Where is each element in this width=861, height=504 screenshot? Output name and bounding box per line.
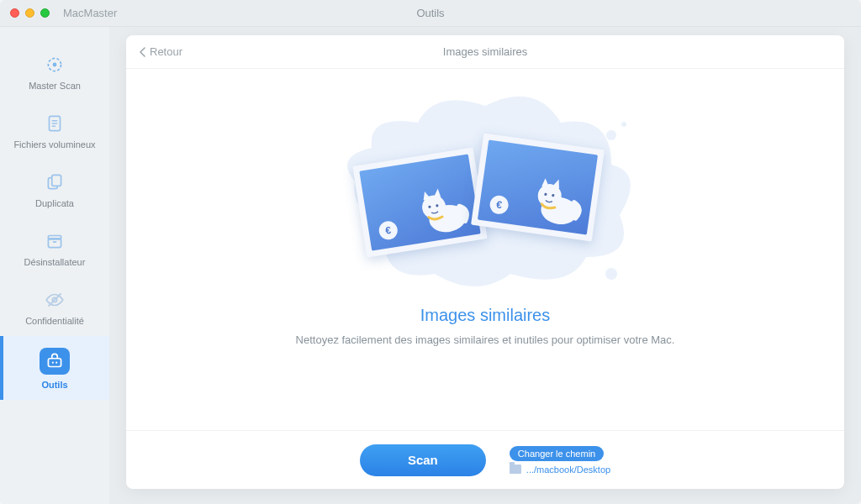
svg-rect-7 [52, 175, 61, 186]
cat-icon [407, 180, 473, 239]
eye-off-icon [41, 289, 68, 311]
svg-point-18 [605, 268, 617, 280]
card-title: Images similaires [443, 45, 527, 58]
photo-card-right: € [471, 133, 605, 241]
cat-icon [522, 171, 588, 228]
path-text: .../macbook/Desktop [526, 465, 610, 475]
path-group: Changer le chemin .../macbook/Desktop [510, 446, 610, 475]
sidebar-item-label: Fichiers volumineux [13, 139, 95, 150]
headline: Images similaires [420, 306, 550, 325]
svg-point-15 [55, 362, 57, 364]
svg-point-14 [52, 362, 54, 364]
sidebar-item-label: Master Scan [29, 81, 81, 91]
sidebar-item-tools[interactable]: Outils [0, 336, 109, 400]
card-footer: Scan Changer le chemin .../macbook/Deskt… [126, 430, 844, 489]
scan-button[interactable]: Scan [360, 444, 486, 476]
content-area: Retour Images similaires [109, 27, 861, 504]
card-panel: Retour Images similaires [126, 35, 844, 489]
sidebar-item-label: Duplicata [35, 198, 74, 208]
svg-rect-13 [48, 359, 61, 367]
titlebar: MacMaster Outils [0, 0, 861, 27]
description: Nettoyez facilement des images similaire… [296, 333, 675, 346]
app-window: MacMaster Outils Master Scan Fichiers vo… [0, 0, 861, 504]
sidebar: Master Scan Fichiers volumineux Duplicat… [0, 27, 109, 504]
svg-point-17 [621, 122, 626, 127]
svg-point-16 [606, 130, 616, 140]
back-button[interactable]: Retour [140, 45, 182, 58]
app-name: MacMaster [63, 7, 117, 19]
maximize-icon[interactable] [40, 8, 50, 18]
archive-icon [41, 230, 68, 252]
illustration: € [325, 81, 645, 299]
sidebar-item-label: Confidentialité [25, 316, 84, 326]
target-icon [41, 54, 68, 76]
close-icon[interactable] [10, 8, 19, 18]
window-controls [10, 8, 50, 18]
sidebar-item-duplicates[interactable]: Duplicata [0, 160, 109, 218]
back-label: Retour [150, 45, 182, 58]
toolbox-icon [40, 348, 70, 375]
change-path-button[interactable]: Changer le chemin [510, 446, 604, 461]
card-body: € [126, 69, 844, 430]
ball-icon: € [378, 220, 399, 241]
selected-path[interactable]: .../macbook/Desktop [510, 465, 610, 475]
sidebar-item-label: Outils [41, 380, 67, 390]
sidebar-item-master-scan[interactable]: Master Scan [0, 42, 109, 101]
body: Master Scan Fichiers volumineux Duplicat… [0, 27, 861, 504]
svg-rect-9 [48, 236, 61, 239]
folder-icon [510, 465, 521, 474]
minimize-icon[interactable] [25, 8, 34, 18]
file-icon [41, 113, 68, 134]
sidebar-item-label: Désinstallateur [24, 257, 86, 267]
chevron-left-icon [140, 47, 146, 57]
photo-card-left: € [352, 147, 487, 257]
sidebar-item-large-files[interactable]: Fichiers volumineux [0, 101, 109, 160]
svg-point-1 [53, 63, 57, 67]
window-title: Outils [416, 7, 444, 19]
sidebar-item-privacy[interactable]: Confidentialité [0, 277, 109, 336]
ball-icon: € [489, 194, 510, 215]
sidebar-item-uninstaller[interactable]: Désinstallateur [0, 218, 109, 277]
duplicate-icon [41, 171, 68, 193]
card-header: Retour Images similaires [126, 35, 844, 69]
